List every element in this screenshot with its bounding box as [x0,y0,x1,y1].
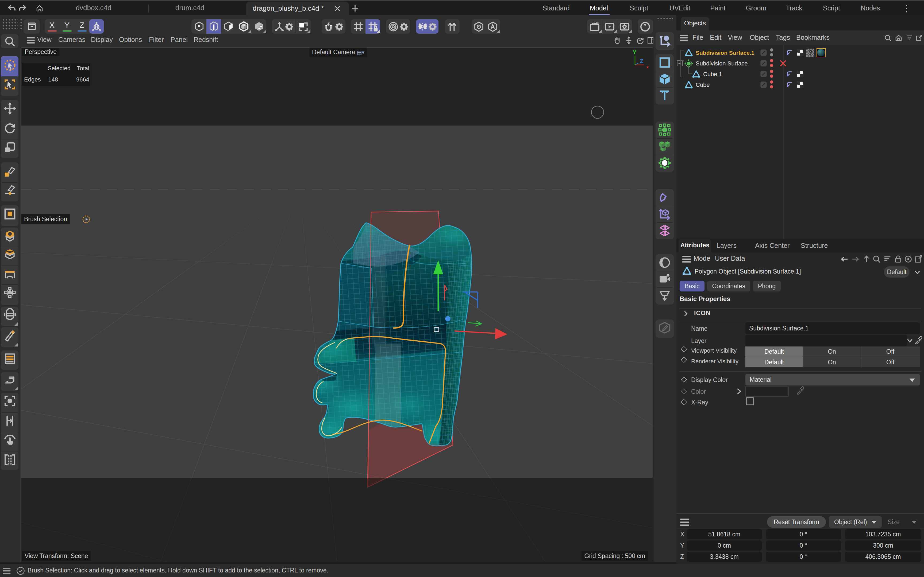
svg-text:Z: Z [640,58,643,64]
svg-text:x: x [646,64,649,69]
svg-text:Y: Y [633,49,636,56]
